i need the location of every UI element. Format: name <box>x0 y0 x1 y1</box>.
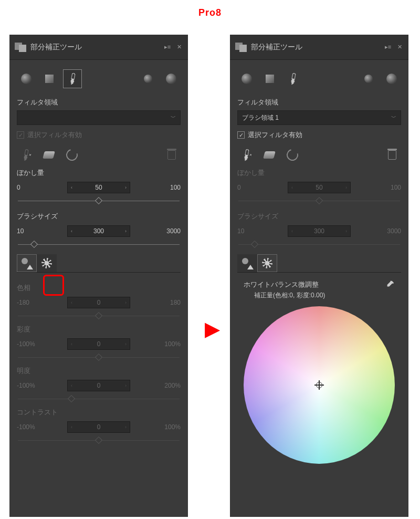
brush-size-min: 10 <box>237 227 269 235</box>
adjust-value: 0 <box>97 299 101 306</box>
color-adjust-tab[interactable] <box>237 254 257 272</box>
adjust-spinner[interactable]: ‹0› <box>67 297 130 308</box>
blur-max: 100 <box>370 184 401 191</box>
circle-tool-button[interactable] <box>237 69 256 88</box>
adjust-tab-row <box>17 254 181 273</box>
panel-menu-icon[interactable]: ▸≡ <box>164 44 171 51</box>
panel-close-icon[interactable]: ✕ <box>396 44 403 51</box>
enable-filter-checkbox[interactable] <box>237 131 245 139</box>
gradient-tool-button[interactable] <box>260 69 279 88</box>
adjust-spinner[interactable]: ‹0› <box>67 421 130 433</box>
filter-area-value: ブラシ領域 1 <box>242 113 279 122</box>
brush-size-label: ブラシサイズ <box>237 210 401 224</box>
eraser-icon <box>263 151 276 159</box>
brush-size-slider: ブラシサイズ 10 ‹ 300 › 3000 <box>17 207 181 251</box>
adjust-label: 色相 <box>17 283 181 296</box>
chevron-down-icon: ﹀ <box>391 114 396 121</box>
white-balance-section: ホワイトバランス微調整 補正量(色相:0, 彩度:0.00) <box>237 273 401 466</box>
panel-header: 部分補正ツール ▸≡ ✕ <box>230 35 408 60</box>
brush-tool-button[interactable]: 🖌 <box>284 69 302 88</box>
add-brush-button[interactable]: 🖌 <box>17 147 35 163</box>
eraser-button[interactable] <box>260 147 278 163</box>
add-brush-button[interactable]: 🖌 <box>237 147 255 163</box>
blur-track[interactable] <box>18 201 180 201</box>
wb-adjust-tab[interactable] <box>257 254 277 272</box>
slider-thumb[interactable] <box>95 197 102 204</box>
panel-header: 部分補正ツール ▸≡ ✕ <box>9 35 188 60</box>
blur-spinner[interactable]: ‹50› <box>288 182 351 193</box>
adjust-max: 100% <box>149 340 181 348</box>
refresh-button[interactable] <box>284 147 301 163</box>
sun-icon <box>262 258 272 268</box>
delete-button[interactable] <box>383 147 401 163</box>
eraser-icon <box>43 151 55 159</box>
brush-size-track[interactable] <box>238 244 400 245</box>
filter-area-select[interactable]: ﹀ <box>17 110 181 125</box>
brush-size-max: 3000 <box>149 227 181 235</box>
eraser-button[interactable] <box>40 147 58 163</box>
adjust-track[interactable] <box>18 316 180 316</box>
sphere-icon <box>242 74 252 84</box>
blur-max: 100 <box>149 184 181 191</box>
adjust-min: -100% <box>17 340 48 348</box>
slider-thumb[interactable] <box>68 395 75 402</box>
copy-icon <box>144 75 152 83</box>
enable-filter-checkbox[interactable] <box>17 131 24 139</box>
brush-plus-icon: 🖌 <box>239 148 254 162</box>
brush-size-spinner[interactable]: ‹ 300 › <box>67 225 130 237</box>
slider-thumb[interactable] <box>95 312 102 319</box>
adjust-value: 0 <box>97 382 101 389</box>
adjust-value: 0 <box>97 340 101 348</box>
eyedropper-button[interactable] <box>385 280 395 289</box>
brush-size-spinner[interactable]: ‹300› <box>288 225 351 237</box>
slider-thumb[interactable] <box>95 354 102 361</box>
adjust-max: 200% <box>149 382 181 389</box>
slider-thumb[interactable] <box>30 241 38 248</box>
reset-settings-button[interactable] <box>162 69 181 88</box>
reset-icon <box>166 74 176 84</box>
refresh-button[interactable] <box>63 147 81 163</box>
color-adjust-tab[interactable] <box>17 254 37 272</box>
adjust-track[interactable] <box>18 399 180 399</box>
copy-settings-button[interactable] <box>139 69 158 88</box>
copy-settings-button[interactable] <box>359 69 378 88</box>
adjust-track[interactable] <box>18 357 180 358</box>
color-wheel[interactable] <box>244 306 395 464</box>
gradient-tool-button[interactable] <box>40 69 59 88</box>
slider-thumb[interactable] <box>316 197 323 204</box>
adjust-track[interactable] <box>18 440 180 441</box>
filter-area-select[interactable]: ブラシ領域 1 ﹀ <box>237 110 401 125</box>
blur-spinner[interactable]: ‹ 50 › <box>67 182 130 193</box>
brush-icon: 🖌 <box>286 71 300 86</box>
chevron-down-icon: ﹀ <box>171 114 176 121</box>
crosshair-icon[interactable] <box>314 380 324 390</box>
wb-adjust-tab[interactable] <box>37 254 57 272</box>
square-icon <box>45 75 54 83</box>
slider-thumb[interactable] <box>251 241 258 248</box>
circle-tool-button[interactable] <box>17 69 36 88</box>
adjust-min: -100% <box>17 382 48 389</box>
adjust-spinner[interactable]: ‹0› <box>67 338 130 350</box>
reset-settings-button[interactable] <box>382 69 401 88</box>
panel-close-icon[interactable]: ✕ <box>175 44 183 51</box>
brush-size-track[interactable] <box>18 244 180 245</box>
enable-filter-row: 選択フィルタ有効 <box>237 125 401 144</box>
page-title: Pro8 <box>198 7 222 18</box>
filter-area-label: フィルタ領域 <box>17 96 181 110</box>
swirl-icon <box>64 147 80 163</box>
enable-filter-label: 選択フィルタ有効 <box>27 130 82 140</box>
adjust-min: -180 <box>17 299 48 306</box>
blur-value: 50 <box>316 184 322 191</box>
blur-min: 0 <box>237 184 269 191</box>
brush-size-max: 3000 <box>370 227 401 235</box>
adjust-spinner[interactable]: ‹0› <box>67 380 130 391</box>
brush-plus-icon: 🖌 <box>18 148 33 162</box>
delete-button[interactable] <box>163 147 181 163</box>
adjust-label: コントラスト <box>17 408 181 420</box>
chevron-right-icon: › <box>125 229 127 234</box>
panel-menu-icon[interactable]: ▸≡ <box>384 44 392 51</box>
blur-label: ぼかし量 <box>237 166 401 181</box>
blur-track[interactable] <box>238 201 400 201</box>
brush-tool-button[interactable]: 🖌 <box>63 69 82 88</box>
slider-thumb[interactable] <box>95 437 102 444</box>
